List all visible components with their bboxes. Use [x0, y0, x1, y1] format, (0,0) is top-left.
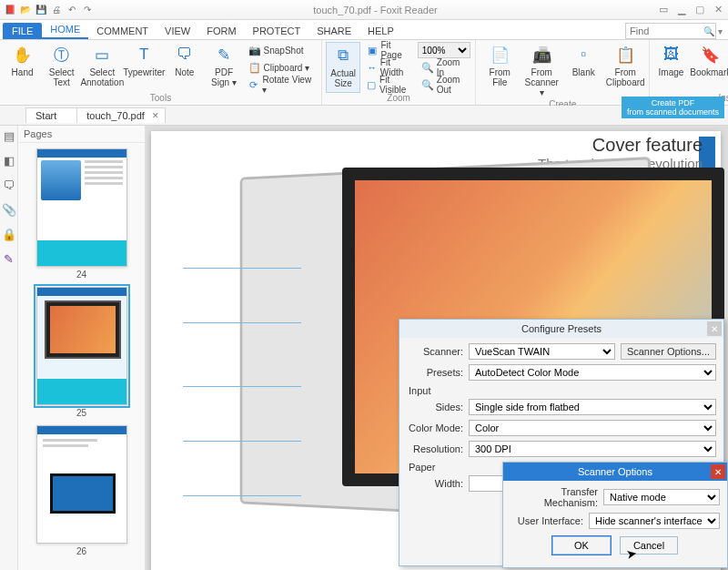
thumbnail-24[interactable]: 24: [24, 148, 139, 280]
from-file-icon: 📄: [489, 44, 511, 66]
scanner-options-button[interactable]: Scanner Options...: [621, 343, 716, 360]
sides-select[interactable]: Single side from flatbed: [469, 399, 716, 415]
ok-button[interactable]: OK: [552, 536, 611, 555]
hand-button[interactable]: ✋Hand: [4, 42, 41, 93]
tab-document[interactable]: touch_70.pdf✕: [76, 107, 166, 123]
tab-start[interactable]: Start: [25, 107, 77, 123]
tab-help[interactable]: HELP: [359, 23, 402, 39]
dialog2-title[interactable]: Scanner Options ✕: [503, 463, 727, 481]
fit-width-button[interactable]: ↔Fit Width: [362, 59, 415, 76]
ribbon-group-create: 📄From File 📠From Scanner ▾ ▫Blank 📋From …: [476, 40, 650, 105]
tab-protect[interactable]: PROTECT: [245, 23, 309, 39]
callout-line: [183, 441, 301, 442]
pages-panel: Pages 24 25 26: [18, 126, 146, 570]
scanner-select[interactable]: VueScan TWAIN: [469, 343, 615, 360]
ui-label: User Interface:: [511, 515, 589, 526]
app-icon: 📕: [4, 4, 16, 16]
fit-page-button[interactable]: ▣Fit Page: [362, 42, 415, 58]
clipboard-button[interactable]: 📋Clipboard ▾: [245, 59, 318, 76]
panel-comments-icon[interactable]: 🗨: [3, 178, 15, 192]
dialog-close-icon[interactable]: ✕: [707, 321, 722, 336]
snapshot-button[interactable]: 📷SnapShot: [245, 42, 318, 58]
save-icon[interactable]: 💾: [35, 4, 47, 16]
select-text-button[interactable]: ⓉSelect Text: [43, 42, 80, 93]
zoom-select[interactable]: 100%: [418, 42, 470, 58]
sides-label: Sides:: [407, 402, 469, 412]
minimize-icon[interactable]: ▁: [675, 4, 688, 16]
tab-share[interactable]: SHARE: [308, 23, 359, 39]
blank-button[interactable]: ▫Blank: [563, 42, 603, 99]
mouse-cursor-icon: ➤: [625, 545, 639, 562]
tab-form[interactable]: FORM: [198, 23, 244, 39]
callout-line: [183, 495, 301, 496]
callout-line: [183, 322, 301, 323]
find-box: 🔍 ▾: [625, 23, 723, 39]
ribbon-group-tools: ✋Hand ⓉSelect Text ▭Select Annotation TT…: [0, 40, 322, 105]
thumbnail-26[interactable]: 26: [24, 425, 139, 556]
callout-line: [183, 386, 301, 387]
note-icon: 🗨: [174, 44, 196, 66]
find-input[interactable]: [625, 23, 716, 39]
find-dropdown-icon[interactable]: ▾: [718, 26, 723, 36]
panel-security-icon[interactable]: 🔒: [2, 228, 16, 241]
tab-view[interactable]: VIEW: [157, 23, 198, 39]
titlebar: 📕 📂 💾 🖨 ↶ ↷ touch_70.pdf - Foxit Reader …: [0, 0, 728, 20]
from-scanner-button[interactable]: 📠From Scanner ▾: [521, 42, 561, 99]
ribbon-group-insert: 🖼Image 🔖Bookmark 🔗Link 📎File Attachment …: [650, 40, 728, 105]
typewriter-button[interactable]: TTypewriter: [124, 42, 164, 93]
image-button[interactable]: 🖼Image: [653, 42, 689, 93]
panel-attachments-icon[interactable]: 📎: [2, 203, 16, 217]
scanner-label: Scanner:: [407, 346, 469, 357]
tab-home[interactable]: HOME: [42, 21, 88, 39]
close-tab-icon[interactable]: ✕: [152, 111, 159, 120]
rotate-icon: ⟳: [248, 78, 260, 91]
fit-width-icon: ↔: [366, 61, 377, 74]
panel-pages-icon[interactable]: ▤: [4, 129, 15, 143]
maximize-icon[interactable]: ▢: [693, 4, 706, 16]
promo-banner[interactable]: Create PDFfrom scanned documents: [622, 97, 724, 118]
panel-layers-icon[interactable]: ◧: [4, 154, 15, 168]
window-title: touch_70.pdf - Foxit Reader: [94, 5, 657, 15]
transfer-label: Transfer Mechanism:: [511, 486, 603, 508]
select-annotation-icon: ▭: [91, 44, 113, 66]
select-annotation-button[interactable]: ▭Select Annotation: [82, 42, 122, 93]
page-title: Cover feature: [538, 135, 703, 156]
undo-icon[interactable]: ↶: [66, 4, 78, 16]
fit-visible-button[interactable]: ▢Fit Visible: [362, 76, 415, 93]
zoom-in-icon: 🔍: [421, 61, 434, 74]
zoom-in-button[interactable]: 🔍Zoom In: [418, 59, 471, 76]
transfer-select[interactable]: Native mode: [603, 489, 720, 505]
search-icon[interactable]: 🔍: [703, 26, 714, 36]
redo-icon[interactable]: ↷: [81, 4, 94, 16]
zoom-out-button[interactable]: 🔍Zoom Out: [418, 76, 471, 93]
snapshot-icon: 📷: [248, 44, 261, 56]
hand-icon: ✋: [12, 44, 34, 66]
tab-comment[interactable]: COMMENT: [88, 23, 157, 39]
ui-select[interactable]: Hide scanner's interface: [589, 513, 720, 529]
blank-icon: ▫: [572, 44, 594, 66]
dialog2-close-icon[interactable]: ✕: [711, 464, 725, 479]
colormode-select[interactable]: Color: [469, 420, 716, 436]
from-scanner-icon: 📠: [531, 44, 552, 66]
ribbon-toggle-icon[interactable]: ▭: [657, 4, 670, 16]
resolution-select[interactable]: 300 DPI: [469, 441, 716, 457]
from-file-button[interactable]: 📄From File: [480, 42, 520, 99]
from-clipboard-button: 📋From Clipboard: [605, 42, 645, 99]
file-tab[interactable]: FILE: [3, 23, 42, 39]
open-icon[interactable]: 📂: [19, 4, 32, 16]
bookmark-button[interactable]: 🔖Bookmark: [691, 42, 728, 93]
group-label-zoom: Zoom: [326, 93, 471, 105]
note-button[interactable]: 🗨Note: [166, 42, 203, 93]
close-icon[interactable]: ✕: [712, 4, 724, 16]
actual-size-button[interactable]: ⧉Actual Size: [326, 42, 361, 93]
thumbnail-25[interactable]: 25: [24, 287, 139, 418]
presets-select[interactable]: AutoDetect Color Mode: [469, 364, 716, 381]
rotate-view-button[interactable]: ⟳Rotate View ▾: [245, 76, 318, 93]
print-icon[interactable]: 🖨: [50, 4, 63, 16]
from-clipboard-icon: 📋: [614, 44, 636, 66]
typewriter-icon: T: [133, 44, 155, 66]
panel-signatures-icon[interactable]: ✎: [4, 252, 14, 266]
pdf-sign-button[interactable]: ✎PDF Sign ▾: [205, 42, 242, 93]
input-section-label: Input: [409, 385, 716, 396]
dialog-title[interactable]: Configure Presets ✕: [399, 320, 723, 338]
